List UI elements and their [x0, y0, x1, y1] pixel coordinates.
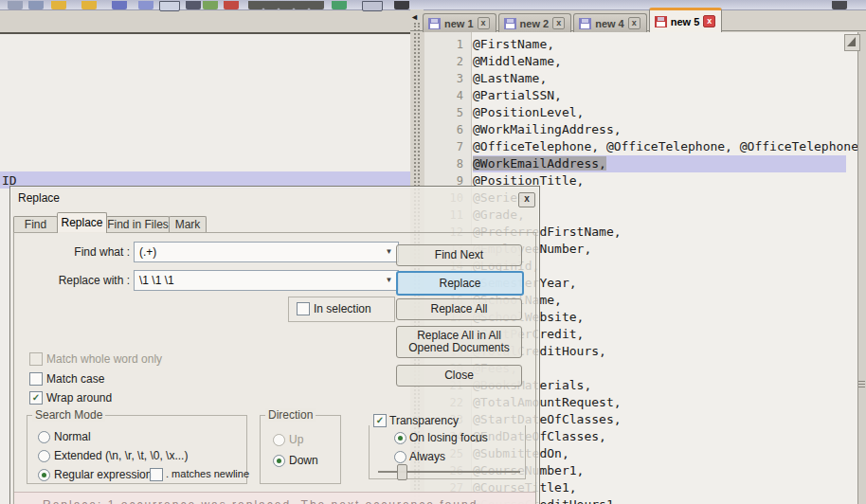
- play-macro-icon[interactable]: [394, 1, 409, 9]
- close-button[interactable]: Close: [396, 365, 522, 387]
- find-what-combobox[interactable]: (.+) ▼: [134, 242, 399, 262]
- dialog-title[interactable]: Replace: [18, 191, 60, 205]
- matches-newline-checkbox[interactable]: [150, 468, 163, 481]
- replace-all-in-all-opened-documents-button[interactable]: Replace All in All Opened Documents: [396, 326, 522, 358]
- scroll-up-icon[interactable]: [844, 34, 860, 51]
- redo-icon[interactable]: [279, 1, 294, 9]
- save-icon[interactable]: [81, 1, 97, 9]
- close-icon[interactable]: [138, 1, 153, 9]
- editor-line[interactable]: 8@WorkEmailAddress,: [424, 155, 857, 172]
- match-case-label: Match case: [46, 372, 104, 386]
- line-number: 8: [424, 155, 472, 172]
- search-normal-radio[interactable]: [38, 431, 50, 443]
- editor-line[interactable]: 3@LastName,: [424, 70, 857, 87]
- transparency-onfocus-radio[interactable]: [394, 432, 406, 444]
- find-what-label: Find what :: [29, 245, 130, 259]
- cut-icon[interactable]: [203, 1, 218, 9]
- replace-all-button[interactable]: Replace All: [396, 298, 522, 320]
- tab-label: new 2: [520, 18, 550, 29]
- tab-new-4[interactable]: new 4x: [573, 13, 647, 32]
- paste-icon[interactable]: [248, 1, 263, 9]
- tab-new-1[interactable]: new 1x: [423, 13, 496, 32]
- tab-new-2[interactable]: new 2x: [498, 13, 572, 32]
- line-text: @OfficeTelephone, @OfficeTelephone, @Off…: [472, 138, 857, 155]
- transparency-slider-thumb[interactable]: [397, 464, 407, 480]
- replace-with-value: \1 \1 \1: [139, 274, 174, 287]
- editor-line[interactable]: 4@PartialSSN,: [424, 87, 857, 104]
- search-regex-radio[interactable]: [38, 469, 50, 481]
- in-selection-checkbox[interactable]: [297, 302, 310, 315]
- replace-with-label: Replace with :: [29, 274, 130, 287]
- save-icon: [504, 18, 516, 29]
- direction-group: [260, 415, 341, 484]
- tab-label: new 4: [595, 18, 624, 29]
- scrollbar-grip: [858, 381, 865, 382]
- line-number: 7: [424, 138, 472, 155]
- save-all-icon[interactable]: [112, 1, 127, 9]
- line-text: @MiddleName,: [472, 53, 562, 70]
- undo-icon[interactable]: [263, 1, 279, 9]
- selected-text: @WorkEmailAddress,: [473, 156, 606, 171]
- find-what-value: (.+): [139, 245, 156, 259]
- dialog-tab-replace[interactable]: Replace: [57, 212, 107, 233]
- dialog-status-text: Replace: 1 occurrence was replaced. The …: [14, 492, 535, 504]
- direction-down-radio[interactable]: [273, 455, 285, 467]
- find-next-button[interactable]: Find Next: [396, 244, 522, 266]
- tab-close-icon[interactable]: x: [478, 17, 490, 29]
- copy-icon[interactable]: [224, 1, 239, 9]
- open-folder-icon[interactable]: [28, 1, 44, 9]
- new-file-icon[interactable]: [8, 1, 23, 9]
- tab-close-icon[interactable]: x: [552, 17, 565, 29]
- editor-line[interactable]: 5@PositionLevel,: [424, 104, 857, 121]
- editor-line[interactable]: 7@OfficeTelephone, @OfficeTelephone, @Of…: [424, 138, 857, 155]
- chevron-down-icon[interactable]: ▼: [382, 273, 396, 288]
- editor-line[interactable]: 2@MiddleName,: [424, 53, 857, 70]
- vertical-scrollbar[interactable]: [857, 32, 866, 504]
- tab-new-5[interactable]: new 5x: [649, 8, 723, 32]
- save-icon: [579, 18, 591, 29]
- scrollbar-grip: [858, 387, 865, 387]
- tab-close-icon[interactable]: x: [628, 17, 640, 29]
- replace-with-combobox[interactable]: \1 \1 \1 ▼: [134, 270, 399, 291]
- wrap-around-checkbox[interactable]: [29, 391, 43, 405]
- chevron-down-icon[interactable]: ▼: [382, 244, 396, 260]
- line-number: 6: [424, 121, 472, 138]
- line-number: 2: [424, 53, 472, 70]
- matches-newline-label: . matches newline: [166, 468, 249, 479]
- line-text: @PositionLevel,: [472, 104, 584, 121]
- tab-label: new 1: [444, 18, 474, 29]
- save-icon: [655, 16, 667, 27]
- editor-line[interactable]: 1@FirstName,: [424, 36, 857, 53]
- replace-button[interactable]: Replace: [396, 271, 524, 296]
- replace-icon[interactable]: [309, 1, 324, 9]
- dialog-tab-find[interactable]: Find: [13, 216, 58, 233]
- tab-close-icon[interactable]: x: [703, 15, 715, 27]
- find-icon[interactable]: [294, 1, 309, 9]
- direction-up-radio[interactable]: [273, 434, 285, 446]
- save-folder-icon[interactable]: [51, 1, 66, 9]
- print-icon[interactable]: [186, 1, 201, 9]
- dialog-tab-mark[interactable]: Mark: [169, 216, 207, 233]
- record-macro-icon[interactable]: [362, 1, 383, 11]
- zoom-icon[interactable]: [332, 1, 347, 9]
- notepad-plus-plus-window: ID ◄ new 1xnew 2xnew 4xnew 5x 1@FirstNam…: [0, 0, 866, 504]
- in-selection-label: In selection: [314, 302, 371, 315]
- search-mode-title: Search Mode: [32, 408, 105, 422]
- replace-dialog: Replace x Find Replace Find in Files Mar…: [9, 186, 540, 504]
- scrollbar-grip: [858, 384, 865, 385]
- transparency-checkbox[interactable]: [373, 414, 387, 427]
- match-case-checkbox[interactable]: [29, 372, 43, 386]
- editor-line[interactable]: 6@WorkMailingAddress,: [424, 121, 857, 138]
- dialog-tab-find-in-files[interactable]: Find in Files: [106, 216, 170, 233]
- line-number: 1: [424, 36, 472, 53]
- line-number: 4: [424, 87, 472, 104]
- match-whole-word-label: Match whole word only: [46, 352, 162, 366]
- close-all-icon[interactable]: [159, 1, 180, 11]
- transparency-always-radio[interactable]: [394, 451, 406, 463]
- tab-scroll-left-icon[interactable]: ◄: [410, 12, 420, 23]
- save-icon: [428, 18, 441, 29]
- dialog-close-icon[interactable]: x: [518, 192, 535, 207]
- search-extended-radio[interactable]: [38, 450, 50, 462]
- match-whole-word-checkbox[interactable]: [29, 352, 43, 366]
- toolbar-icon[interactable]: [832, 1, 847, 9]
